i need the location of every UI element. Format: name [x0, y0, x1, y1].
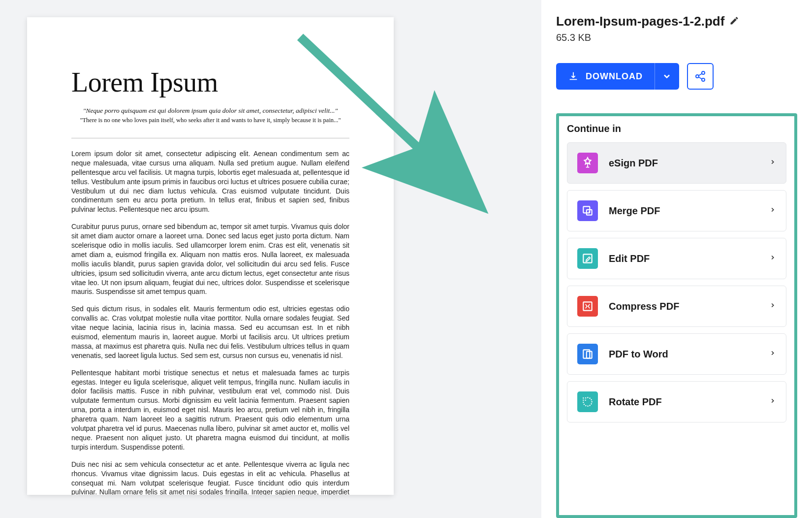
chevron-right-icon — [769, 254, 776, 263]
document-paragraph: Sed quis dictum risus, in sodales elit. … — [71, 304, 349, 360]
document-body: Lorem ipsum dolor sit amet, consectetur … — [71, 149, 349, 495]
svg-line-5 — [699, 77, 702, 79]
svg-line-4 — [699, 74, 702, 76]
merge-icon — [577, 200, 598, 221]
share-button[interactable] — [687, 63, 714, 90]
download-button-group: DOWNLOAD — [556, 63, 679, 90]
svg-point-3 — [702, 78, 705, 81]
tool-item-esign-pdf[interactable]: eSign PDF — [567, 142, 786, 184]
tool-label: PDF to Word — [609, 349, 769, 360]
tool-label: Merge PDF — [609, 205, 769, 217]
download-options-button[interactable] — [655, 63, 679, 90]
tool-label: Rotate PDF — [609, 396, 769, 408]
download-button[interactable]: DOWNLOAD — [556, 63, 655, 90]
chevron-right-icon — [769, 206, 776, 215]
tool-item-rotate-pdf[interactable]: Rotate PDF — [567, 381, 786, 422]
document-paragraph: Lorem ipsum dolor sit amet, consectetur … — [71, 149, 349, 214]
tool-label: eSign PDF — [609, 158, 769, 169]
document-divider — [71, 138, 349, 138]
word-icon — [577, 344, 598, 364]
tool-item-compress-pdf[interactable]: Compress PDF — [567, 286, 786, 327]
document-subtitle-2: "There is no one who loves pain itself, … — [71, 117, 349, 124]
compress-icon — [577, 296, 598, 317]
document-page: Lorem Ipsum "Neque porro quisquam est qu… — [27, 17, 394, 495]
tool-item-pdf-to-word[interactable]: PDF to Word — [567, 333, 786, 375]
chevron-right-icon — [769, 159, 776, 167]
document-subtitle-1: "Neque porro quisquam est qui dolorem ip… — [71, 107, 349, 115]
chevron-right-icon — [769, 350, 776, 358]
file-name: Lorem-Ipsum-pages-1-2.pdf — [556, 14, 724, 29]
continue-in-title: Continue in — [567, 123, 786, 134]
tool-list: eSign PDF Merge PDF Edit PDF — [567, 142, 786, 422]
document-paragraph: Duis nec nisi ac sem vehicula consectetu… — [71, 460, 349, 495]
edit-filename-icon[interactable] — [729, 16, 739, 28]
tool-item-edit-pdf[interactable]: Edit PDF — [567, 238, 786, 279]
continue-in-panel: Continue in eSign PDF Merge PDF — [556, 113, 797, 518]
rotate-icon — [577, 391, 598, 412]
document-preview-pane: Lorem Ipsum "Neque porro quisquam est qu… — [0, 0, 541, 518]
sidebar-panel: Lorem-Ipsum-pages-1-2.pdf 65.3 KB DOWNLO… — [541, 0, 812, 518]
document-title: Lorem Ipsum — [71, 66, 349, 98]
chevron-right-icon — [769, 397, 776, 406]
svg-point-2 — [696, 75, 699, 78]
document-paragraph: Pellentesque habitant morbi tristique se… — [71, 368, 349, 452]
action-button-row: DOWNLOAD — [556, 63, 797, 90]
tool-item-merge-pdf[interactable]: Merge PDF — [567, 190, 786, 231]
file-header: Lorem-Ipsum-pages-1-2.pdf — [556, 14, 797, 29]
chevron-down-icon — [662, 71, 672, 81]
file-size: 65.3 KB — [556, 32, 797, 43]
edit-icon — [577, 248, 598, 269]
download-icon — [568, 71, 579, 82]
download-label: DOWNLOAD — [586, 71, 643, 82]
svg-point-1 — [702, 71, 705, 74]
share-icon — [694, 70, 706, 82]
document-paragraph: Curabitur purus purus, ornare sed bibend… — [71, 222, 349, 296]
esign-icon — [577, 153, 598, 173]
tool-label: Edit PDF — [609, 253, 769, 264]
tool-label: Compress PDF — [609, 301, 769, 312]
chevron-right-icon — [769, 302, 776, 311]
